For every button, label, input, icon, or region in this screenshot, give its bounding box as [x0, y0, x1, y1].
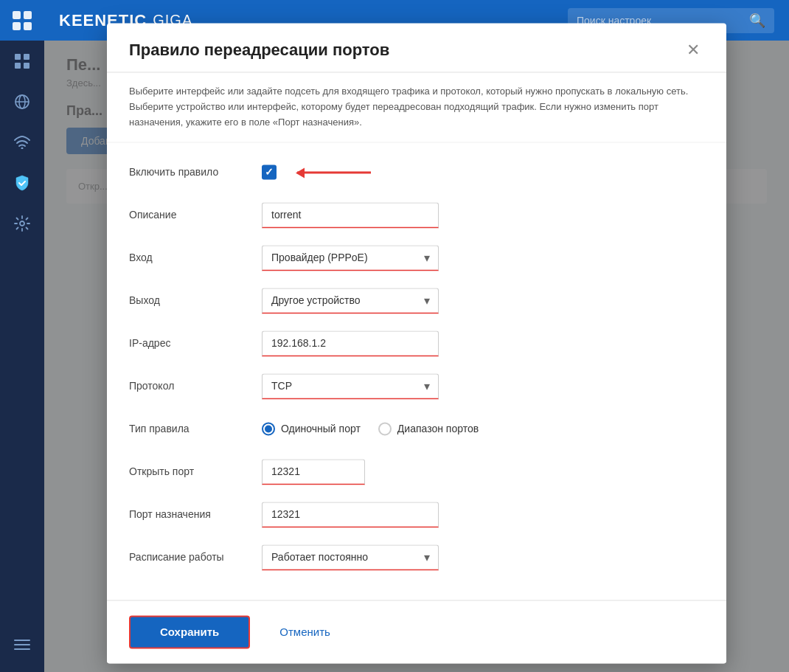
search-icon[interactable]: 🔍	[749, 13, 765, 29]
svg-rect-0	[13, 11, 21, 19]
open-port-field-wrapper	[262, 459, 365, 485]
input-label: Вход	[129, 252, 262, 264]
ip-row: IP-адрес	[129, 329, 704, 358]
description-label: Описание	[129, 209, 262, 221]
svg-rect-5	[24, 54, 29, 60]
input-select[interactable]: Провайдер (PPPoE)	[262, 245, 439, 271]
sidebar-logo	[0, 0, 44, 41]
modal-header: Правило переадресации портов ✕	[107, 23, 726, 72]
modal-title: Правило переадресации портов	[129, 41, 389, 60]
output-select-wrapper: Другое устройство	[262, 288, 439, 314]
enable-rule-row: Включить правило	[129, 158, 704, 187]
description-input[interactable]	[262, 202, 439, 228]
close-icon[interactable]: ✕	[682, 41, 704, 60]
ip-field-wrapper	[262, 330, 439, 356]
sidebar-item-wifi[interactable]	[0, 122, 44, 162]
svg-point-12	[20, 221, 24, 226]
open-port-row: Открыть порт	[129, 457, 704, 487]
dest-port-label: Порт назначения	[129, 509, 262, 521]
input-row: Вход Провайдер (PPPoE)	[129, 243, 704, 273]
ip-label: IP-адрес	[129, 338, 262, 350]
radio-single-icon	[262, 423, 275, 436]
sidebar-item-dashboard[interactable]	[0, 41, 44, 81]
svg-rect-4	[15, 54, 21, 60]
modal-body: Включить правило Описание Вход	[107, 143, 726, 600]
protocol-row: Протокол TCP	[129, 372, 704, 401]
protocol-select[interactable]: TCP	[262, 373, 439, 399]
radio-single-port[interactable]: Одиночный порт	[262, 423, 361, 436]
output-select[interactable]: Другое устройство	[262, 288, 439, 314]
rule-type-label: Тип правила	[129, 423, 262, 435]
sidebar	[0, 0, 44, 672]
description-row: Описание	[129, 201, 704, 230]
input-select-wrapper: Провайдер (PPPoE)	[262, 245, 439, 271]
schedule-label: Расписание работы	[129, 552, 262, 564]
protocol-select-wrapper: TCP	[262, 373, 439, 399]
enable-label: Включить правило	[129, 167, 262, 179]
svg-rect-6	[15, 63, 21, 69]
radio-range-icon	[378, 423, 392, 436]
dest-port-input[interactable]	[262, 502, 439, 527]
schedule-select[interactable]: Работает постоянно	[262, 544, 439, 570]
modal-dialog: Правило переадресации портов ✕ Выберите …	[107, 23, 726, 663]
radio-port-range[interactable]: Диапазон портов	[378, 423, 479, 436]
svg-rect-2	[13, 22, 21, 30]
sidebar-item-internet[interactable]	[0, 81, 44, 122]
arrow-icon	[297, 171, 371, 173]
sidebar-item-menu[interactable]	[0, 624, 44, 665]
radio-single-label: Одиночный порт	[281, 423, 361, 435]
open-port-label: Открыть порт	[129, 466, 262, 478]
sidebar-item-settings[interactable]	[0, 203, 44, 243]
main-content: Пе... Здесь... Пра... Добавить Откр... П…	[44, 41, 789, 672]
schedule-row: Расписание работы Работает постоянно	[129, 543, 704, 572]
rule-type-row: Тип правила Одиночный порт Диапазон порт…	[129, 415, 704, 444]
dest-port-field-wrapper	[262, 502, 439, 527]
svg-rect-1	[24, 11, 32, 19]
modal-footer: Сохранить Отменить	[107, 600, 726, 664]
description-field-wrapper	[262, 202, 439, 228]
open-port-input[interactable]	[262, 459, 365, 485]
output-row: Выход Другое устройство	[129, 286, 704, 316]
save-button[interactable]: Сохранить	[129, 616, 250, 649]
svg-point-11	[21, 147, 24, 149]
sidebar-item-security[interactable]	[0, 162, 44, 203]
protocol-label: Протокол	[129, 381, 262, 392]
modal-description: Выберите интерфейс или задайте подсеть д…	[107, 72, 726, 142]
arrow-annotation	[297, 171, 371, 173]
sidebar-bottom	[0, 624, 44, 665]
schedule-select-wrapper: Работает постоянно	[262, 544, 439, 570]
rule-type-radio-group: Одиночный порт Диапазон портов	[262, 423, 479, 436]
ip-input[interactable]	[262, 330, 439, 356]
svg-rect-7	[24, 63, 29, 69]
enable-checkbox[interactable]	[262, 165, 277, 180]
svg-rect-3	[24, 22, 32, 30]
cancel-button[interactable]: Отменить	[262, 617, 348, 648]
dest-port-row: Порт назначения	[129, 500, 704, 530]
output-label: Выход	[129, 295, 262, 307]
radio-range-label: Диапазон портов	[397, 423, 479, 435]
